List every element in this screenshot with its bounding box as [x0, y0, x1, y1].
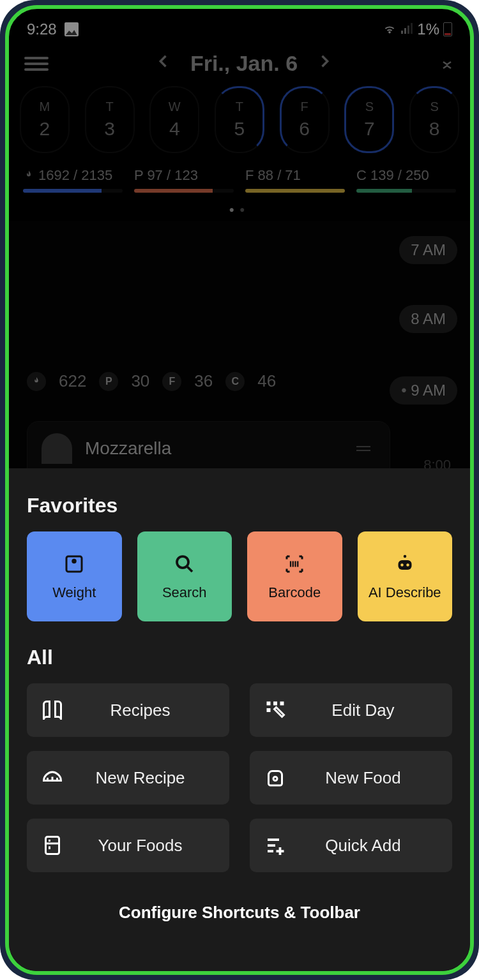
page-indicator: ●●: [9, 198, 470, 218]
barcode-icon: [283, 553, 306, 575]
configure-shortcuts-button[interactable]: Configure Shortcuts & Toolbar: [27, 903, 452, 923]
drag-handle-icon[interactable]: [356, 446, 370, 451]
day-cell-thu[interactable]: T5: [215, 86, 264, 153]
food-name: Mozzarella: [85, 438, 171, 459]
day-cell-wed[interactable]: W4: [149, 86, 199, 153]
app-header: Fri., Jan. 6: [9, 45, 470, 82]
prev-day-button[interactable]: [155, 52, 172, 75]
svg-point-5: [73, 560, 76, 563]
meal-f: 36: [194, 371, 213, 391]
day-cell-fri[interactable]: F6: [280, 86, 330, 153]
svg-rect-13: [280, 702, 284, 706]
status-time: 9:28: [27, 20, 57, 38]
list-plus-icon: [264, 834, 287, 857]
next-day-button[interactable]: [316, 52, 333, 75]
p-chip: P: [99, 372, 118, 391]
wifi-icon: [383, 22, 397, 36]
day-cell-sat[interactable]: S7: [344, 86, 394, 153]
svg-rect-8: [398, 560, 411, 570]
f-chip: F: [162, 372, 181, 391]
svg-rect-16: [46, 837, 59, 854]
timeline[interactable]: 7 AM 8 AM 9 AM 622 P 30 F 36 C 46 Mozzar…: [9, 221, 470, 476]
meal-p: 30: [131, 371, 149, 391]
food-image-icon: [42, 433, 72, 464]
svg-rect-11: [267, 702, 271, 706]
favorite-barcode[interactable]: Barcode: [247, 531, 342, 621]
battery-pct: 1%: [417, 20, 439, 38]
favorites-title: Favorites: [27, 494, 452, 517]
menu-button[interactable]: [24, 57, 49, 71]
all-grid: Recipes Edit Day New Recipe New Food You…: [27, 683, 452, 872]
svg-rect-0: [401, 31, 403, 34]
day-cell-tue[interactable]: T3: [85, 86, 135, 153]
svg-point-6: [177, 556, 188, 568]
bread-icon: [264, 766, 287, 789]
svg-rect-3: [411, 23, 413, 34]
meal-c: 46: [257, 371, 276, 391]
svg-point-15: [273, 777, 277, 781]
time-marker-9am: 9 AM: [390, 376, 457, 405]
fridge-icon: [41, 834, 64, 857]
all-edit-day[interactable]: Edit Day: [250, 683, 452, 737]
macro-calories: 1692 / 2135: [23, 167, 123, 193]
svg-rect-12: [273, 702, 277, 706]
app-background: 9:28 1%: [9, 9, 470, 476]
svg-rect-14: [267, 708, 271, 712]
meal-cal: 622: [59, 371, 86, 391]
shortcuts-sheet: Favorites Weight Search Barcode AI Descr…: [9, 468, 470, 971]
macro-protein: P 97 / 123: [134, 167, 234, 193]
time-marker-8am: 8 AM: [399, 305, 457, 333]
svg-point-10: [406, 563, 409, 567]
favorite-weight[interactable]: Weight: [27, 531, 122, 621]
all-title: All: [27, 646, 452, 669]
search-icon: [173, 553, 196, 575]
favorite-ai-describe[interactable]: AI Describe: [358, 531, 453, 621]
all-quick-add[interactable]: Quick Add: [250, 819, 452, 872]
all-recipes[interactable]: Recipes: [27, 683, 229, 737]
picture-icon: [65, 22, 79, 36]
meal-stats: 622 P 30 F 36 C 46: [27, 371, 276, 391]
collapse-icon[interactable]: [439, 56, 455, 71]
c-chip: C: [225, 372, 245, 391]
week-strip: M2 T3 W4 T5 F6 S7 S8: [9, 82, 470, 153]
time-marker-7am: 7 AM: [399, 236, 457, 264]
battery-icon: [443, 22, 452, 36]
edit-grid-icon: [264, 699, 287, 722]
croissant-icon: [41, 766, 64, 789]
favorites-row: Weight Search Barcode AI Describe: [27, 531, 452, 621]
svg-point-9: [400, 563, 404, 567]
robot-icon: [393, 553, 416, 575]
scale-icon: [63, 553, 86, 575]
macro-fat: F 88 / 71: [245, 167, 345, 193]
all-your-foods[interactable]: Your Foods: [27, 819, 229, 872]
signal-icon: [400, 20, 413, 38]
all-new-food[interactable]: New Food: [250, 751, 452, 805]
device-frame: 9:28 1%: [0, 0, 479, 980]
svg-rect-1: [404, 28, 406, 34]
status-bar: 9:28 1%: [9, 9, 470, 45]
date-title[interactable]: Fri., Jan. 6: [190, 51, 298, 76]
macro-carb: C 139 / 250: [356, 167, 456, 193]
svg-rect-2: [407, 26, 409, 34]
macro-summary: 1692 / 2135 P 97 / 123 F 88 / 71 C 139 /…: [9, 153, 470, 198]
all-new-recipe[interactable]: New Recipe: [27, 751, 229, 805]
fire-icon: [27, 372, 46, 391]
svg-point-7: [404, 554, 407, 558]
day-cell-mon[interactable]: M2: [20, 86, 70, 153]
screen: 9:28 1%: [5, 5, 474, 975]
book-icon: [41, 699, 64, 722]
svg-rect-4: [66, 556, 82, 572]
favorite-search[interactable]: Search: [137, 531, 232, 621]
day-cell-sun[interactable]: S8: [409, 86, 459, 153]
